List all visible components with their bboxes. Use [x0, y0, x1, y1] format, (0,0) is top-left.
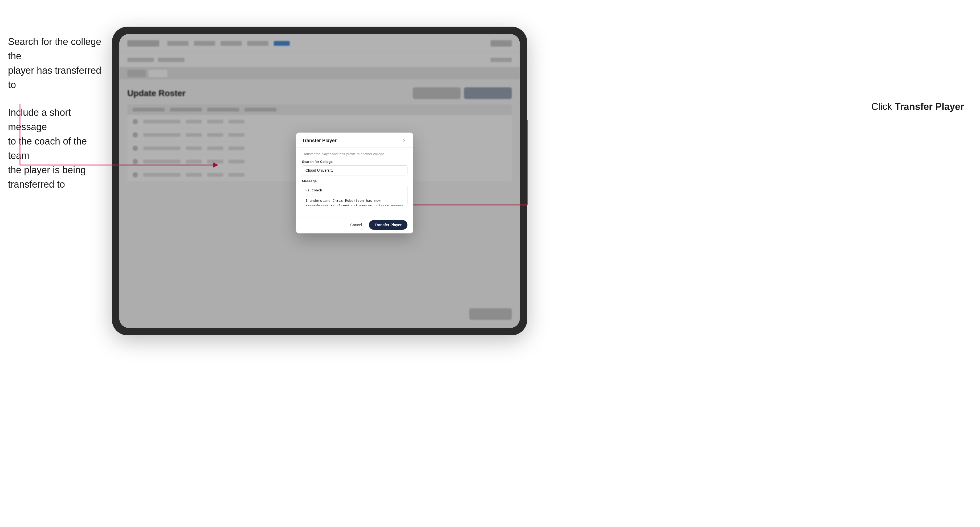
- right-bold: Transfer Player: [895, 101, 964, 112]
- modal-footer: Cancel Transfer Player: [296, 216, 413, 233]
- right-annotation: Click Transfer Player: [871, 101, 964, 112]
- right-prefix: Click: [871, 101, 895, 112]
- tablet-frame: Update Roster: [112, 27, 527, 335]
- annotation-line6: transferred to: [8, 179, 65, 190]
- modal-overlay: Transfer Player × Transfer the player an…: [119, 34, 520, 328]
- annotation-line2: player has transferred to: [8, 65, 101, 90]
- annotation-line4: to the coach of the team: [8, 136, 87, 161]
- transfer-player-button[interactable]: Transfer Player: [369, 220, 407, 230]
- annotation-line3: Include a short message: [8, 107, 71, 132]
- close-icon[interactable]: ×: [401, 137, 407, 144]
- tablet-screen: Update Roster: [119, 34, 520, 328]
- annotation-line5: the player is being: [8, 165, 86, 175]
- message-label: Message: [302, 179, 407, 183]
- modal-header: Transfer Player ×: [296, 133, 413, 148]
- search-college-input[interactable]: [302, 165, 407, 175]
- annotation-line1: Search for the college the: [8, 36, 101, 62]
- modal-body: Transfer the player and their profile to…: [296, 148, 413, 216]
- left-annotation: Search for the college the player has tr…: [8, 35, 109, 205]
- search-college-group: Search for College: [302, 160, 407, 175]
- cancel-button[interactable]: Cancel: [347, 221, 366, 229]
- modal-subtitle: Transfer the player and their profile to…: [302, 152, 407, 156]
- modal-title: Transfer Player: [302, 138, 337, 143]
- message-textarea[interactable]: [302, 185, 407, 206]
- transfer-player-modal: Transfer Player × Transfer the player an…: [296, 133, 413, 233]
- message-group: Message: [302, 179, 407, 207]
- search-college-label: Search for College: [302, 160, 407, 163]
